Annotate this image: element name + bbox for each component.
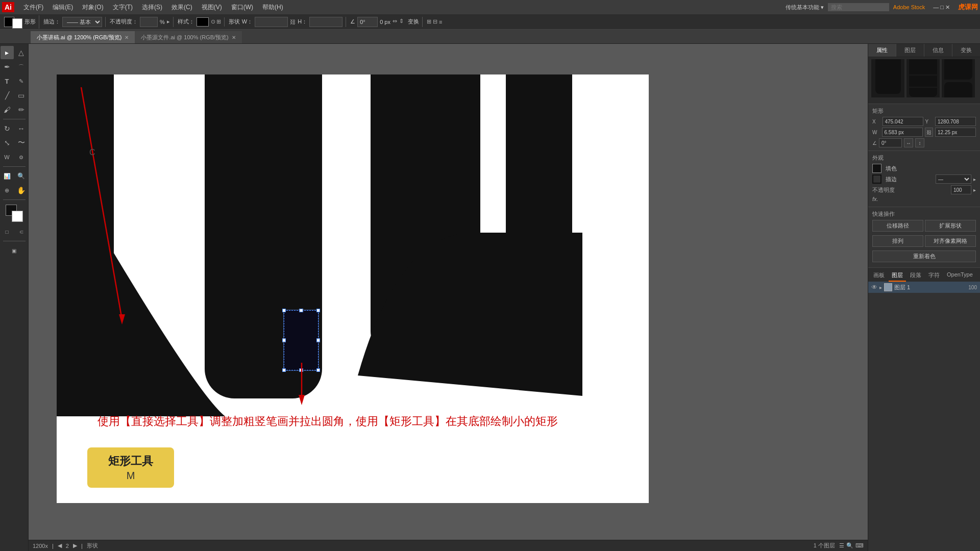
pen-tool[interactable]: ✒ [1,60,14,73]
drawing-mode[interactable]: ⊂ [15,225,28,238]
flip-h-icon[interactable]: ⇔ [393,18,397,26]
pencil-tool[interactable]: ✏ [15,103,28,116]
type-tool[interactable]: T [1,74,14,88]
close-btn[interactable]: — □ ✕ [933,4,950,11]
opacity-input-panel[interactable] [951,185,971,194]
column-graph-tool[interactable]: 📊 [1,169,14,183]
puppet-tool[interactable]: ⚙ [15,151,28,164]
hand-tool[interactable]: ✋ [15,184,28,197]
lp-tab-para[interactable]: 段落 [907,270,924,282]
flip-v-icon[interactable]: ⇕ [399,18,404,26]
fill-color-swatch[interactable] [872,164,881,173]
x-input-panel[interactable] [883,117,923,126]
btn-recolor[interactable]: 重新着色 [872,251,976,262]
w-input-panel[interactable] [882,128,923,137]
lp-tab-opentype[interactable]: OpenType [944,270,976,282]
panel-quickactions-title: 快速操作 [872,210,976,218]
rp-tab-properties[interactable]: 属性 [868,44,896,57]
stroke-swatch[interactable] [12,18,22,29]
handle-tc[interactable] [300,309,303,312]
tool-row-scale: ⤡ 〜 [1,136,28,149]
warp-tool[interactable]: 〜 [15,136,28,149]
scale-tool[interactable]: ⤡ [1,136,14,149]
h-input-panel[interactable] [935,128,976,137]
shape-tool[interactable]: ▭ [15,89,28,102]
height-input[interactable]: 12.25 px [309,17,342,27]
angle-input-panel[interactable] [879,138,902,147]
type-touch-tool[interactable]: ✎ [15,74,28,88]
reflect-tool[interactable]: ↔ [15,122,28,135]
zoom-tool[interactable]: 🔍 [15,169,28,183]
menu-window[interactable]: 窗口(W) [227,2,257,13]
artboard-tool[interactable]: ▣ [8,244,21,257]
y-input-panel[interactable] [935,117,976,126]
nav-next[interactable]: ▶ [73,542,77,549]
btn-expand-shape[interactable]: 扩展形状 [925,220,976,232]
line-tool[interactable]: ╱ [1,89,14,102]
angle-input[interactable] [357,17,378,27]
handle-tr[interactable] [316,309,320,312]
btn-offset-path[interactable]: 位移路径 [872,220,923,232]
style-icons[interactable]: ⊙ ⊞ [211,18,221,25]
menu-view[interactable]: 视图(V) [198,2,226,13]
blend-tool[interactable]: ⊕ [1,184,14,197]
canvas-area[interactable]: C 使用【直接选择工具】调整加粗竖笔画并拉出圆角，使用【矩形工具】在其底部绘制小… [29,44,868,551]
align-icon[interactable]: ⊞ [427,18,431,25]
rp-tab-layers[interactable]: 图层 [896,44,924,57]
rp-tab-info[interactable]: 信息 [924,44,952,57]
tab-inactive-close[interactable]: ✕ [232,35,236,40]
flip-v-btn[interactable]: ↕ [915,138,924,147]
style-swatch[interactable] [197,17,209,27]
nav-prev[interactable]: ◀ [58,542,62,549]
layer-eye-icon[interactable]: 👁 [871,284,877,291]
handle-br[interactable] [316,368,320,372]
tab-active-close[interactable]: ✕ [125,35,129,40]
width-input[interactable]: 6.583 px [255,17,288,27]
menu-effect[interactable]: 效果(C) [167,2,197,13]
opacity-arrow-panel[interactable]: ▸ [973,187,976,193]
menu-edit[interactable]: 编辑(E) [48,2,77,13]
normal-mode[interactable]: □ [1,225,14,238]
layer-row-1[interactable]: 👁 ▸ 图层 1 100 [868,282,980,293]
stroke-arrow[interactable]: ▸ [973,177,976,182]
menu-help[interactable]: 帮助(H) [258,2,287,13]
selection-tool[interactable]: ▸ [1,46,14,59]
search-input[interactable] [828,3,889,11]
lp-tab-layers[interactable]: 图层 [889,270,906,282]
background-color[interactable] [12,211,23,222]
width-tool[interactable]: W [1,151,14,164]
tab-inactive[interactable]: 小墨源文件.ai @ 100% (RGB/预览) ✕ [135,31,241,43]
tab-active[interactable]: 小墨讲稿.ai @ 1200% (RGB/预览) ✕ [31,31,135,43]
menu-text[interactable]: 文字(T) [109,2,137,13]
rotate-tool[interactable]: ↻ [1,122,14,135]
lp-tab-artboard[interactable]: 画板 [870,270,888,282]
menu-select[interactable]: 选择(S) [138,2,166,13]
chain-link-btn[interactable]: ⛓ [925,128,934,137]
paintbrush-tool[interactable]: 🖌 [1,103,14,116]
direct-selection-tool[interactable]: △ [15,46,28,59]
tool-hint-key: M [97,470,164,482]
handle-ml[interactable] [282,339,286,342]
align-icon3[interactable]: ≡ [439,19,442,25]
menu-object[interactable]: 对象(O) [78,2,107,13]
align-icon2[interactable]: ⊟ [433,18,437,25]
btn-arrange[interactable]: 排列 [872,235,923,247]
handle-bl[interactable] [282,368,286,372]
chain-icon[interactable]: ⛓ [290,19,296,25]
layer-expand-icon[interactable]: ▸ [879,285,882,290]
btn-align-pixel[interactable]: 对齐像素网格 [925,235,976,247]
stroke-select[interactable]: —— 基本 [62,17,102,27]
flip-h-btn[interactable]: ↔ [904,138,913,147]
opacity-input[interactable]: 100 [140,17,158,27]
handle-bc[interactable] [300,368,303,372]
lp-tab-char[interactable]: 字符 [925,270,943,282]
handle-mr[interactable] [316,339,320,342]
opacity-arrow[interactable]: ▸ [167,18,170,25]
stroke-select-panel[interactable]: — [936,174,971,184]
handle-tl[interactable] [282,309,286,312]
curvature-tool[interactable]: ⌒ [15,60,28,73]
menu-file[interactable]: 文件(F) [19,2,47,13]
selected-rectangle[interactable] [284,310,318,370]
stroke-color-swatch[interactable] [872,174,881,184]
rp-tab-transform[interactable]: 变换 [952,44,980,57]
